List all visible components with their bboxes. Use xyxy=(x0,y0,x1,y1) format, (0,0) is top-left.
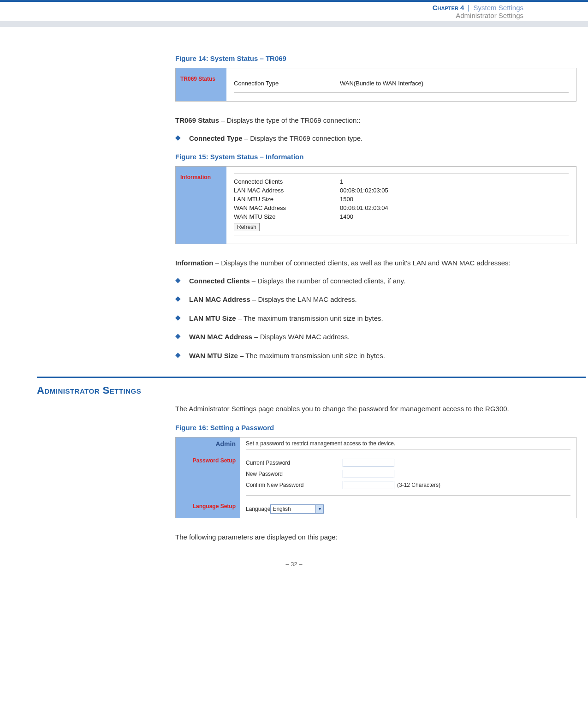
b3r: – Displays WAN MAC address. xyxy=(252,333,350,341)
figure14-sidebar: TR069 Status xyxy=(176,68,226,101)
current-password-input[interactable] xyxy=(343,459,394,467)
diamond-icon: ◆ xyxy=(175,276,189,287)
b3l: WAN MAC Address xyxy=(189,333,252,341)
bullet-info-1: ◆ LAN MAC Address – Displays the LAN MAC… xyxy=(175,294,576,305)
new-password-label: New Password xyxy=(246,471,343,477)
header-subsection: Administrator Settings xyxy=(0,12,523,19)
confirm-password-label: Confirm New Password xyxy=(246,482,343,488)
b0l: Connected Clients xyxy=(189,277,250,285)
bullet-connected-type: ◆ Connected Type – Displays the TR069 co… xyxy=(175,133,576,144)
b4r: – The maximum transmission unit size in … xyxy=(238,352,385,359)
closing-para: The following parameters are displayed o… xyxy=(175,532,576,543)
b1r: – Displays the LAN MAC address. xyxy=(250,295,357,303)
b2l: LAN MTU Size xyxy=(189,314,236,322)
header-section: System Settings xyxy=(474,4,523,12)
figure15-caption: Figure 15: System Status – Information xyxy=(175,153,576,161)
header-separator: | xyxy=(466,4,472,12)
fig15-k2: LAN MTU Size xyxy=(234,196,340,203)
diamond-icon: ◆ xyxy=(175,313,189,324)
fig15-k4: WAN MTU Size xyxy=(234,213,340,220)
section-divider xyxy=(37,377,586,378)
figure14-caption: Figure 14: System Status – TR069 xyxy=(175,54,576,62)
fig15-v0: 1 xyxy=(340,178,569,185)
language-select[interactable]: English ▾ xyxy=(270,504,324,514)
tr069-rest: – Displays the type of the TR069 connect… xyxy=(219,116,361,124)
b1l: LAN MAC Address xyxy=(189,295,250,303)
language-key: Language xyxy=(246,506,270,512)
tr069-lead: TR069 Status xyxy=(175,116,219,124)
fig15-v1: 00:08:01:02:03:05 xyxy=(340,187,569,194)
diamond-icon: ◆ xyxy=(175,133,189,144)
password-note: (3-12 Characters) xyxy=(394,482,440,488)
page-number: – 32 – xyxy=(0,561,588,568)
fig16-password-label: Password Setup xyxy=(176,455,240,500)
section-heading: Administrator Settings xyxy=(37,384,576,396)
fig15-k3: WAN MAC Address xyxy=(234,204,340,211)
fig14-key: Connection Type xyxy=(234,80,340,87)
refresh-button[interactable]: Refresh xyxy=(234,223,260,231)
fig16-language-label: Language Setup xyxy=(176,500,240,518)
fig15-v2: 1500 xyxy=(340,196,569,203)
tr069-status-para: TR069 Status – Displays the type of the … xyxy=(175,115,576,126)
new-password-input[interactable] xyxy=(343,470,394,478)
bullet-info-2: ◆ LAN MTU Size – The maximum transmissio… xyxy=(175,313,576,324)
confirm-password-input[interactable] xyxy=(343,481,394,489)
b4l: WAN MTU Size xyxy=(189,352,238,359)
page-header: Chapter 4 | System Settings Administrato… xyxy=(0,0,588,27)
bullet-lead: Connected Type xyxy=(189,134,243,142)
fig16-desc: Set a password to restrict management ac… xyxy=(246,440,570,447)
b0r: – Displays the number of connected clien… xyxy=(250,277,405,285)
figure16-box: Admin Set a password to restrict managem… xyxy=(175,437,576,518)
diamond-icon: ◆ xyxy=(175,332,189,342)
b2r: – The maximum transmission unit size in … xyxy=(236,314,383,322)
figure15-sidebar: Information xyxy=(176,167,226,244)
fig14-val: WAN(Bundle to WAN Interface) xyxy=(340,80,569,87)
info-lead: Information xyxy=(175,259,214,267)
fig15-k1: LAN MAC Address xyxy=(234,187,340,194)
information-para: Information – Displays the number of con… xyxy=(175,258,576,269)
chapter-label: Chapter 4 xyxy=(433,4,464,12)
fig15-k0: Connected Clients xyxy=(234,178,340,185)
figure15-box: Information Connected Clients1 LAN MAC A… xyxy=(175,166,576,244)
diamond-icon: ◆ xyxy=(175,351,189,361)
diamond-icon: ◆ xyxy=(175,294,189,305)
fig15-v4: 1400 xyxy=(340,213,569,220)
bullet-info-4: ◆ WAN MTU Size – The maximum transmissio… xyxy=(175,351,576,361)
current-password-label: Current Password xyxy=(246,460,343,466)
figure16-caption: Figure 16: Setting a Password xyxy=(175,424,576,431)
fig15-v3: 00:08:01:02:03:04 xyxy=(340,204,569,211)
figure14-box: TR069 Status Connection Type WAN(Bundle … xyxy=(175,68,576,102)
chevron-down-icon: ▾ xyxy=(315,505,323,513)
language-selected: English xyxy=(273,506,291,512)
bullet-rest: – Displays the TR069 connection type. xyxy=(243,134,363,142)
info-rest: – Displays the number of connected clien… xyxy=(214,259,511,267)
fig16-admin-label: Admin xyxy=(176,437,240,455)
bullet-info-3: ◆ WAN MAC Address – Displays WAN MAC add… xyxy=(175,332,576,342)
admin-intro: The Administrator Settings page enables … xyxy=(175,404,576,414)
bullet-info-0: ◆ Connected Clients – Displays the numbe… xyxy=(175,276,576,287)
